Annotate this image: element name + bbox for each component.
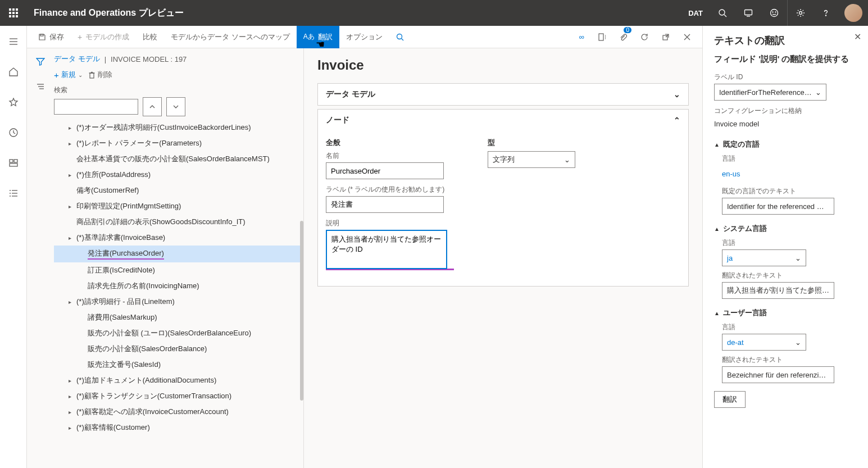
tree-item[interactable]: 諸費用(SalesMarkup) [54, 310, 303, 325]
tree-item[interactable]: ▸(*)住所(PostalAddress) [54, 167, 303, 183]
company-code[interactable]: DAT [681, 9, 710, 17]
help-icon[interactable] [813, 0, 839, 26]
chevron-right-icon[interactable]: ▸ [66, 235, 73, 241]
tree-item[interactable]: ▸(*)追加ドキュメント(AdditionalDocuments) [54, 372, 303, 388]
prev-match-button[interactable] [143, 97, 162, 116]
chevron-right-icon[interactable]: ▸ [66, 299, 73, 305]
gear-icon[interactable] [787, 0, 813, 26]
tree-item-label: 商品割引の詳細の表示(ShowGoodsDiscountInfo_IT) [76, 217, 246, 227]
user-text-input[interactable]: Bezeichner für den referenzierte... [722, 366, 834, 383]
delete-button[interactable]: 削除 [88, 70, 112, 80]
new-button[interactable]: +新規⌄ [54, 70, 83, 80]
system-lang-select[interactable]: ja⌄ [722, 249, 806, 266]
input-name[interactable] [326, 162, 444, 179]
svg-point-0 [719, 10, 725, 15]
system-text-input[interactable]: 購入担当者が割り当てた参照オ... [722, 282, 834, 299]
option-button[interactable]: オプション [339, 26, 389, 48]
link-icon[interactable]: ∞ [572, 26, 591, 48]
tree-item[interactable]: ▸(*)顧客トランザクション(CustomerTransaction) [54, 388, 303, 404]
scrollbar-thumb[interactable] [300, 221, 303, 401]
tree-item[interactable]: ▸(*)オーダー残請求明細行(CustInvoiceBackorderLines… [54, 120, 303, 135]
search-icon[interactable] [710, 0, 735, 26]
panel-node-header[interactable]: ノード ⌃ [318, 110, 688, 131]
app-title: Finance and Operations プレビュー [27, 7, 681, 19]
input-label[interactable] [326, 196, 444, 213]
tree-item-label: (*)オーダー残請求明細行(CustInvoiceBackorderLines) [76, 122, 251, 133]
avatar[interactable] [844, 4, 862, 22]
map-source-button[interactable]: モデルからデータ ソースへのマップ [164, 26, 297, 48]
chevron-right-icon[interactable]: ▸ [66, 203, 73, 210]
breadcrumb-root[interactable]: データ モデル [54, 54, 100, 64]
detail-title: Invoice [317, 57, 689, 73]
svg-point-4 [771, 10, 778, 17]
chevron-right-icon[interactable]: ▸ [66, 425, 73, 431]
compare-button[interactable]: 比較 [136, 26, 164, 48]
recent-icon[interactable] [2, 121, 25, 144]
tree-item-label: (*)追加ドキュメント(AdditionalDocuments) [76, 375, 216, 385]
label-id-select[interactable]: IdentifierForTheReferencedOr... ⌄ [714, 84, 826, 101]
lines-icon[interactable] [31, 78, 49, 96]
tree-item[interactable]: 備考(CustomerRef) [54, 183, 303, 198]
tree-item[interactable]: ▸(*)基準請求書(InvoiceBase) [54, 230, 303, 246]
tree-item[interactable]: ▸(*)レポート パラメーター(Parameters) [54, 135, 303, 151]
home-icon[interactable] [2, 61, 25, 83]
close-icon[interactable]: ✕ [854, 31, 861, 42]
tree-item[interactable]: 会社基本通貨での販売の小計金額(SalesOrderBalanceMST) [54, 151, 303, 167]
input-desc[interactable]: 購入担当者が割り当てた参照オーダーの ID [326, 230, 447, 269]
panel-data-model-header[interactable]: データ モデル ⌄ [318, 84, 688, 105]
modules-icon[interactable] [2, 182, 25, 205]
create-model-button[interactable]: +モデルの作成 [71, 26, 136, 48]
label-name: 名前 [326, 151, 454, 161]
close-icon[interactable] [676, 26, 698, 48]
tree-item[interactable]: 発注書(PurchaseOrder) [54, 246, 303, 262]
user-lang-select[interactable]: de-at⌄ [722, 334, 806, 351]
translate-button[interactable]: Aあ翻訳 ☚ [297, 26, 339, 48]
chevron-right-icon[interactable]: ▸ [66, 393, 73, 399]
chevron-right-icon[interactable]: ▸ [66, 140, 73, 147]
attach-icon[interactable] [612, 26, 634, 48]
waffle-icon[interactable] [0, 0, 27, 26]
tree-item[interactable]: 請求先住所の名前(InvoicingName) [54, 278, 303, 294]
tree-item-label: (*)顧客勘定への請求(InvoiceCustomerAccount) [76, 407, 229, 417]
tree-item[interactable]: 訂正票(IsCreditNote) [54, 262, 303, 278]
tree-item[interactable]: ▸(*)顧客勘定への請求(InvoiceCustomerAccount) [54, 404, 303, 420]
default-text-input[interactable]: Identifier for the referenced Or... [722, 198, 834, 215]
next-match-button[interactable] [166, 97, 185, 116]
chevron-right-icon[interactable]: ▸ [66, 409, 73, 415]
section-user-language[interactable]: ▲ユーザー言語 [714, 308, 857, 318]
model-tree[interactable]: ▸(*)オーダー残請求明細行(CustInvoiceBackorderLines… [54, 120, 303, 468]
star-icon[interactable] [2, 91, 25, 113]
tree-item[interactable]: 商品割引の詳細の表示(ShowGoodsDiscountInfo_IT) [54, 214, 303, 230]
tree-item-label: 販売の小計金額(SalesOrderBalance) [88, 344, 207, 354]
chat-icon[interactable] [735, 0, 761, 26]
chevron-right-icon[interactable]: ▸ [66, 172, 73, 178]
translate-action-button[interactable]: 翻訳 [714, 391, 746, 408]
side-title: テキストの翻訳 [714, 34, 857, 47]
tree-item-label: 印刷管理設定(PrintMgmtSetting) [76, 201, 181, 211]
tree-item[interactable]: 販売注文番号(SalesId) [54, 357, 303, 372]
select-type[interactable]: 文字列 ⌄ [488, 151, 575, 168]
workspace-icon[interactable] [2, 152, 25, 174]
save-button[interactable]: 保存 [31, 26, 71, 48]
panel-node: ノード ⌃ 全般 名前 [317, 109, 689, 287]
hamburger-icon[interactable] [2, 30, 25, 53]
tree-item[interactable]: ▸(*)顧客情報(Customer) [54, 420, 303, 435]
chevron-right-icon[interactable]: ▸ [66, 378, 73, 384]
popout-icon[interactable] [655, 26, 676, 48]
refresh-icon[interactable] [634, 26, 655, 48]
tree-item[interactable]: ▸印刷管理設定(PrintMgmtSetting) [54, 198, 303, 214]
section-system-language[interactable]: ▲システム言語 [714, 224, 857, 234]
tree-item[interactable]: 販売の小計金額(SalesOrderBalance) [54, 341, 303, 357]
chevron-right-icon[interactable]: ▸ [66, 125, 73, 131]
filter-icon[interactable] [31, 53, 49, 71]
tree-item[interactable]: ▸(*)請求明細行 - 品目(LineItem) [54, 294, 303, 310]
toolbar-search-icon[interactable] [389, 26, 411, 48]
tree-item[interactable]: 販売の小計金額 (ユーロ)(SalesOrderBalanceEuro) [54, 325, 303, 341]
office-icon[interactable] [591, 26, 612, 48]
svg-rect-22 [40, 34, 43, 36]
side-subtitle: フィールド '説明' の翻訳を提供する [714, 54, 857, 65]
search-input[interactable] [54, 99, 138, 115]
smile-icon[interactable] [761, 0, 787, 26]
section-default-language[interactable]: ▲既定の言語 [714, 139, 857, 149]
breadcrumb: データ モデル | INVOICE MODEL : 197 [54, 48, 303, 67]
